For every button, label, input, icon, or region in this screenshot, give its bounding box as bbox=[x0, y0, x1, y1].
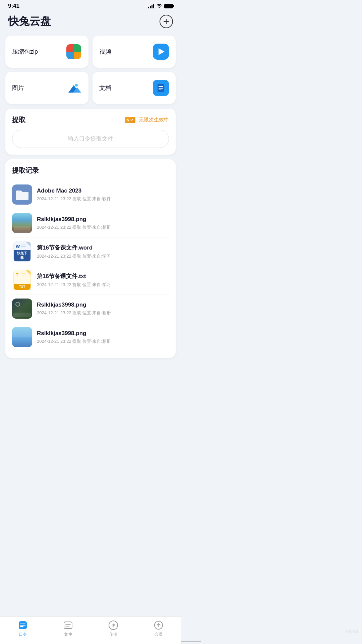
status-icons bbox=[148, 3, 173, 9]
main-content: 压缩包zip 视频 图片 bbox=[0, 36, 181, 385]
record-thumb-word: W 快兔下载 bbox=[12, 241, 32, 262]
record-info: Rslklkjas3998.png 2024-12-21 23:22 提取 位置… bbox=[37, 216, 169, 230]
record-info: Adobe Mac 2023 2024-12-21 23:22 提取 位置·来自… bbox=[37, 187, 169, 202]
record-meta: 2024-12-21 23:22 提取 位置·来自:相册 bbox=[37, 310, 169, 316]
record-name: Adobe Mac 2023 bbox=[37, 187, 169, 194]
vip-badge: VIP bbox=[125, 117, 135, 123]
category-image[interactable]: 图片 bbox=[5, 72, 88, 104]
record-meta: 2024-12-21 23:22 提取 位置·来自:学习 bbox=[37, 253, 169, 259]
list-item[interactable]: Rslklkjas3998.png 2024-12-21 23:22 提取 位置… bbox=[11, 294, 170, 323]
list-item[interactable]: Adobe Mac 2023 2024-12-21 23:22 提取 位置·来自… bbox=[11, 180, 170, 209]
vip-status-text: 无限次生效中 bbox=[139, 117, 169, 122]
list-item[interactable]: W 快兔下载 第16节备课文件.word 2024-12-21 23:22 提取… bbox=[11, 237, 170, 266]
video-icon bbox=[153, 44, 169, 60]
status-time: 9:41 bbox=[8, 3, 19, 9]
svg-point-2 bbox=[75, 84, 78, 87]
record-thumb-mountain bbox=[12, 327, 32, 347]
record-name: Rslklkjas3998.png bbox=[37, 216, 169, 223]
category-doc[interactable]: 文档 bbox=[93, 72, 176, 104]
record-name: Rslklkjas3998.png bbox=[37, 302, 169, 308]
records-title: 提取记录 bbox=[11, 166, 170, 175]
records-section: 提取记录 Adobe Mac 2023 2024-12-21 23:22 提取 … bbox=[5, 159, 176, 358]
category-zip-label: 压缩包zip bbox=[12, 48, 38, 56]
app-title: 快兔云盘 bbox=[8, 14, 51, 29]
record-meta: 2024-12-21 23:22 提取 位置·来自:学习 bbox=[37, 282, 169, 288]
category-image-label: 图片 bbox=[12, 84, 24, 92]
category-zip[interactable]: 压缩包zip bbox=[5, 36, 88, 68]
list-item[interactable]: Rslklkjas3998.png 2024-12-21 23:22 提取 位置… bbox=[11, 323, 170, 351]
record-meta: 2024-12-21 23:22 提取 位置·来自:相册 bbox=[37, 338, 169, 344]
vip-status: VIP 无限次生效中 bbox=[125, 117, 169, 123]
category-doc-label: 文档 bbox=[99, 84, 111, 92]
record-meta: 2024-12-21 23:22 提取 位置·来自:软件 bbox=[37, 196, 169, 202]
image-icon bbox=[66, 80, 82, 96]
list-item[interactable]: Rslklkjas3998.png 2024-12-21 23:22 提取 位置… bbox=[11, 209, 170, 237]
doc-icon bbox=[153, 80, 169, 96]
record-thumb-city bbox=[12, 213, 32, 233]
signal-icon bbox=[148, 4, 154, 8]
battery-icon bbox=[164, 4, 173, 8]
extract-header: 提取 VIP 无限次生效中 bbox=[12, 115, 169, 124]
record-thumb-folder bbox=[12, 184, 32, 205]
record-info: Rslklkjas3998.png 2024-12-21 23:22 提取 位置… bbox=[37, 330, 169, 344]
extract-section: 提取 VIP 无限次生效中 bbox=[5, 109, 176, 155]
app-header: 快兔云盘 bbox=[0, 11, 181, 36]
record-thumb-txt: T TXT bbox=[12, 270, 32, 290]
record-thumb-cycling bbox=[12, 299, 32, 319]
add-button[interactable] bbox=[160, 15, 173, 28]
category-video[interactable]: 视频 bbox=[93, 36, 176, 68]
record-info: 第16节备课文件.word 2024-12-21 23:22 提取 位置·来自:… bbox=[37, 244, 169, 259]
list-item[interactable]: T TXT 第16节备课文件.txt 2024-12-21 23:22 提取 位… bbox=[11, 266, 170, 294]
record-info: 第16节备课文件.txt 2024-12-21 23:22 提取 位置·来自:学… bbox=[37, 272, 169, 288]
category-grid: 压缩包zip 视频 图片 bbox=[5, 36, 176, 104]
status-bar: 9:41 bbox=[0, 0, 181, 11]
zip-icon bbox=[66, 44, 82, 60]
category-video-label: 视频 bbox=[99, 48, 111, 56]
wifi-icon bbox=[156, 3, 162, 9]
record-name: 第16节备课文件.word bbox=[37, 244, 169, 252]
record-meta: 2024-12-21 23:22 提取 位置·来自:相册 bbox=[37, 224, 169, 230]
record-name: Rslklkjas3998.png bbox=[37, 330, 169, 337]
extract-title: 提取 bbox=[12, 115, 25, 124]
record-info: Rslklkjas3998.png 2024-12-21 23:22 提取 位置… bbox=[37, 302, 169, 316]
record-name: 第16节备课文件.txt bbox=[37, 272, 169, 280]
extract-input[interactable] bbox=[12, 130, 169, 148]
